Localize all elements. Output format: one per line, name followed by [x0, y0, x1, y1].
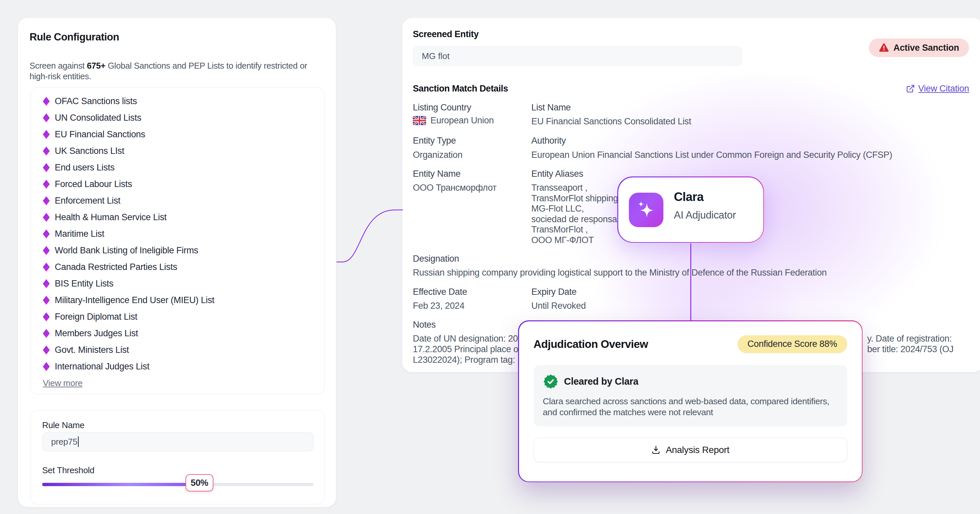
list-item-label: Enforcement List — [55, 196, 121, 206]
designation-label: Designation — [413, 254, 459, 264]
list-item[interactable]: UN Consolidated Lists — [43, 109, 312, 126]
list-item[interactable]: Forced Labour Lists — [43, 176, 312, 192]
threshold-label: Set Threshold — [42, 465, 95, 476]
diamond-bullet-icon — [43, 130, 50, 139]
list-name-value: EU Financial Sanctions Consolidated List — [531, 116, 691, 127]
notes-line: L23022024); Program tag: U — [413, 355, 524, 365]
notes-line: 17.2.2005 Principal place of — [413, 344, 524, 355]
list-item[interactable]: Military-Intelligence End User (MIEU) Li… — [43, 292, 312, 308]
diamond-bullet-icon — [43, 362, 50, 371]
rule-name-label: Rule Name — [42, 420, 84, 430]
list-item[interactable]: BIS Entity Lists — [43, 275, 312, 292]
verified-seal-icon — [543, 374, 558, 389]
list-item-label: Military-Intelligence End User (MIEU) Li… — [55, 295, 215, 305]
clara-card-body: Clara AI Adjudicator — [618, 178, 763, 242]
list-item[interactable]: OFAC Sanctions lists — [43, 93, 312, 109]
adjudication-popup-body: Adjudication Overview Confidence Score 8… — [519, 321, 862, 482]
list-item-label: Canada Restricted Parties Lists — [55, 262, 177, 272]
designation-value: Russian shipping company providing logis… — [413, 268, 894, 278]
active-sanction-badge: Active Sanction — [869, 38, 969, 57]
diamond-bullet-icon — [43, 296, 50, 305]
listing-country-value: European Union — [430, 116, 494, 126]
active-sanction-text: Active Sanction — [893, 43, 959, 53]
list-item-label: International Judges List — [55, 362, 150, 372]
list-item[interactable]: End users Lists — [43, 159, 312, 176]
adjudication-popup-header: Adjudication Overview Confidence Score 8… — [534, 335, 847, 353]
list-name-label: List Name — [531, 103, 571, 113]
external-link-icon — [906, 84, 915, 93]
download-icon — [651, 445, 661, 455]
list-item-label: BIS Entity Lists — [55, 279, 113, 289]
sparkle-icon — [635, 199, 657, 221]
threshold-slider-track[interactable] — [42, 483, 313, 486]
threshold-value: 50% — [191, 478, 208, 488]
screened-entity-input[interactable] — [413, 46, 742, 66]
diamond-bullet-icon — [43, 329, 50, 338]
list-item-label: OFAC Sanctions lists — [55, 96, 137, 106]
expiry-date-value: Until Revoked — [531, 301, 586, 311]
entity-type-value: Organization — [413, 150, 463, 160]
list-item-label: Forced Labour Lists — [55, 179, 132, 189]
list-item-label: World Bank Listing of Ineligible Firms — [55, 245, 198, 256]
list-item[interactable]: Maritime List — [43, 225, 312, 242]
sanctions-screening-page: Rule Configuration Screen against 675+ G… — [0, 0, 980, 514]
description-count: 675+ — [87, 61, 105, 70]
adjudication-overview-popup: Adjudication Overview Confidence Score 8… — [518, 320, 862, 482]
uk-flag-icon — [413, 116, 426, 125]
rule-configuration-title: Rule Configuration — [30, 31, 119, 43]
confidence-score-text: Confidence Score 88% — [747, 339, 837, 349]
list-item[interactable]: Health & Human Service List — [43, 209, 312, 225]
list-item[interactable]: Foreign Diplomat List — [43, 308, 312, 325]
confidence-score-badge: Confidence Score 88% — [737, 335, 847, 353]
view-more-link[interactable]: View more — [43, 378, 83, 388]
list-item[interactable]: EU Financial Sanctions — [43, 126, 312, 143]
sanctions-lists-box: OFAC Sanctions lists UN Consolidated Lis… — [30, 87, 325, 394]
entity-aliases-list: Transseaport , TransMorFlot shipping MG-… — [531, 183, 622, 246]
list-item[interactable]: International Judges List — [43, 358, 312, 375]
adjudication-title: Adjudication Overview — [534, 338, 648, 351]
analysis-report-label: Analysis Report — [666, 445, 729, 455]
entity-type-label: Entity Type — [413, 136, 456, 146]
effective-date-label: Effective Date — [413, 287, 467, 297]
rule-configuration-panel: Rule Configuration Screen against 675+ G… — [18, 17, 336, 508]
rule-name-input[interactable]: prep75 — [42, 432, 313, 451]
rule-configuration-description: Screen against 675+ Global Sanctions and… — [30, 60, 312, 82]
rule-settings-box: Rule Name prep75 Set Threshold 50% — [30, 410, 325, 504]
notes-text-right: y. Date of registration: ber title: 2024… — [867, 333, 953, 355]
list-item[interactable]: World Bank Listing of Ineligible Firms — [43, 242, 312, 259]
alias-item: TransMorFlot shipping — [531, 194, 622, 204]
diamond-bullet-icon — [43, 246, 50, 255]
list-item-label: Members Judges List — [55, 328, 138, 339]
clara-adjudicator-card[interactable]: Clara AI Adjudicator — [617, 176, 764, 243]
clara-app-icon — [629, 193, 663, 227]
list-item-label: UK Sanctions LIst — [55, 146, 124, 156]
view-citation-text: View Citation — [918, 84, 969, 94]
alias-item: MG-Flot LLC, — [531, 204, 622, 214]
list-item[interactable]: UK Sanctions LIst — [43, 143, 312, 159]
view-citation-link[interactable]: View Citation — [906, 84, 969, 94]
list-item-label: EU Financial Sanctions — [55, 129, 145, 140]
diamond-bullet-icon — [43, 279, 50, 288]
diamond-bullet-icon — [43, 313, 50, 321]
diamond-bullet-icon — [43, 230, 50, 238]
list-item-label: Maritime List — [55, 229, 104, 239]
notes-text-left: Date of UN designation: 20 17.2.2005 Pri… — [413, 333, 524, 365]
listing-country-label: Listing Country — [413, 103, 471, 113]
list-item[interactable]: Members Judges List — [43, 325, 312, 341]
effective-date-value: Feb 23, 2024 — [413, 301, 465, 311]
expiry-date-label: Expiry Date — [531, 287, 576, 297]
warning-triangle-icon — [879, 43, 889, 52]
text-cursor — [78, 436, 79, 447]
listing-country-value-row: European Union — [413, 116, 494, 126]
threshold-slider-thumb[interactable]: 50% — [186, 474, 213, 492]
threshold-slider-fill — [42, 483, 186, 486]
entity-name-value: ООО Трансморфлот — [413, 183, 496, 193]
list-item[interactable]: Govt. Ministers List — [43, 341, 312, 358]
list-item[interactable]: Enforcement List — [43, 192, 312, 209]
list-item-label: Foreign Diplomat List — [55, 312, 137, 322]
cleared-status-row: Cleared by Clara — [543, 374, 838, 389]
adjudication-summary: Clara searched across sanctions and web-… — [543, 396, 838, 418]
list-item[interactable]: Canada Restricted Parties Lists — [43, 259, 312, 275]
list-item-label: Govt. Ministers List — [55, 345, 129, 355]
analysis-report-button[interactable]: Analysis Report — [534, 438, 847, 462]
